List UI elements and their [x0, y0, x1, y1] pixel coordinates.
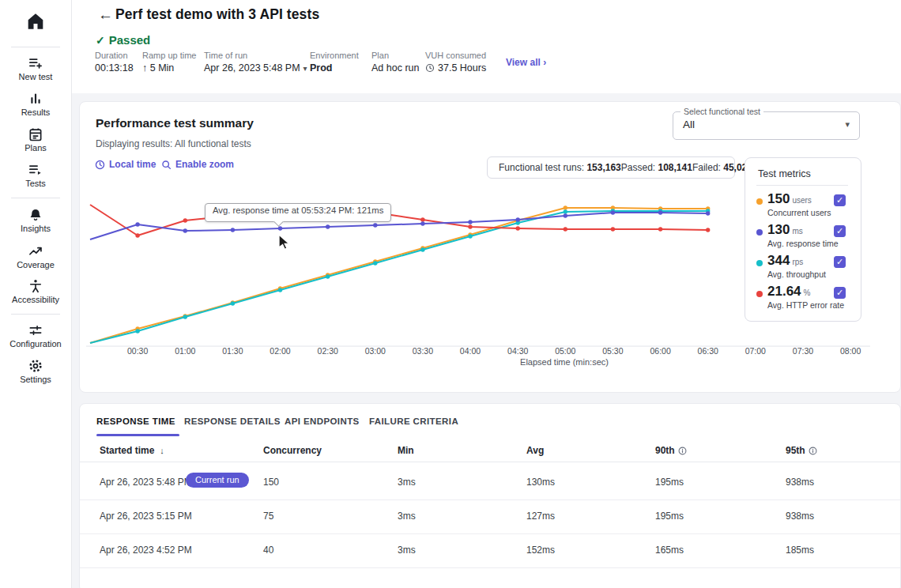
cell-min: 3ms [398, 477, 416, 488]
meta-label: Duration [95, 51, 134, 60]
sidebar-item-new-test[interactable]: New test [0, 55, 71, 81]
data-point[interactable] [611, 227, 615, 231]
x-tick-label: 04:00 [460, 346, 481, 356]
metric-checkbox[interactable]: ✓ [834, 225, 846, 237]
data-point[interactable] [135, 233, 139, 237]
metric-checkbox[interactable]: ✓ [834, 287, 846, 299]
sidebar-item-home[interactable] [0, 11, 71, 32]
data-point[interactable] [373, 261, 377, 265]
chevron-down-icon[interactable]: ▾ [303, 64, 307, 73]
info-icon[interactable] [678, 447, 687, 455]
data-point[interactable] [420, 247, 424, 251]
teal-series-dot [756, 260, 763, 266]
metric-label: Avg. response time [767, 239, 839, 248]
data-point[interactable] [658, 227, 662, 231]
data-point[interactable] [564, 205, 567, 209]
meta-value: ↑ 5 Min [142, 62, 196, 74]
info-icon[interactable] [809, 447, 817, 455]
functional-test-select[interactable]: Select functional test All ▾ [673, 111, 860, 140]
sort-desc-icon[interactable]: ↓ [160, 446, 164, 455]
local-time-toggle[interactable]: Local time [95, 159, 156, 170]
cell-started-time: Apr 26, 2023 5:15 PM [100, 511, 192, 522]
tab-response-time[interactable]: RESPONSE TIME [96, 416, 175, 426]
back-arrow-button[interactable]: ← [98, 6, 113, 24]
data-point[interactable] [135, 329, 139, 333]
data-point[interactable] [183, 315, 187, 318]
table-row[interactable]: Apr 26, 2023 5:15 PM 75 3ms 127ms 195ms … [80, 499, 900, 534]
metric-concurrent-users: 150users Concurrent users ✓ [745, 193, 861, 223]
sidebar-item-plans[interactable]: Plans [0, 126, 71, 153]
chevron-down-icon[interactable]: ▾ [845, 119, 850, 130]
data-point[interactable] [183, 228, 187, 232]
cell-avg: 152ms [526, 545, 555, 556]
tab-failure-criteria[interactable]: FAILURE CRITERIA [369, 416, 458, 426]
cell-concurrency: 75 [263, 511, 273, 522]
column-header-started-time[interactable]: Started time↓ [100, 445, 164, 456]
runs-label: Functional test runs: [499, 162, 584, 173]
x-tick-label: 02:30 [318, 346, 338, 356]
view-all-link[interactable]: View all › [506, 57, 546, 68]
meta-plan: Plan Ad hoc run [371, 51, 419, 74]
data-point[interactable] [706, 228, 710, 232]
page-header: ← Perf test demo with 3 API tests ✓Passe… [71, 0, 901, 93]
data-point[interactable] [564, 213, 567, 217]
data-point[interactable] [231, 228, 235, 232]
x-tick-label: 02:00 [270, 346, 290, 356]
sidebar-item-results[interactable]: Results [0, 91, 71, 117]
meta-time-of-run[interactable]: Time of run Apr 26, 2023 5:48 PM▾ [204, 51, 307, 74]
data-point[interactable] [468, 234, 472, 238]
data-point[interactable] [278, 226, 282, 230]
data-point[interactable] [278, 288, 282, 292]
data-point[interactable] [468, 220, 472, 224]
calendar-icon [28, 126, 43, 140]
data-point[interactable] [706, 211, 710, 215]
magnifier-icon [161, 160, 172, 170]
data-point[interactable] [611, 210, 615, 214]
metric-value: 21.64% [767, 284, 810, 300]
table-row[interactable]: Apr 26, 2023 5:48 PM Current run 150 3ms… [80, 466, 900, 500]
metric-throughput: 344rps Avg. throughput ✓ [745, 254, 861, 285]
sidebar-item-tests[interactable]: Tests [0, 162, 71, 188]
enable-zoom-button[interactable]: Enable zoom [161, 159, 234, 170]
x-tick-label: 07:30 [793, 346, 813, 356]
active-tab-underline [96, 434, 179, 436]
x-tick-label: 01:30 [222, 346, 243, 356]
data-point[interactable] [516, 217, 520, 221]
tooltip-text: Avg. response time at 05:53:24 PM: 121ms [213, 205, 383, 215]
sidebar-item-label: Results [0, 107, 71, 117]
data-point[interactable] [135, 222, 139, 226]
sidebar-item-accessibility[interactable]: Accessibility [0, 278, 71, 304]
data-point[interactable] [420, 217, 424, 221]
sidebar-divider [11, 314, 60, 315]
data-point[interactable] [468, 224, 472, 228]
metric-value: 130ms [767, 222, 803, 238]
column-header-90th: 90th [655, 445, 687, 456]
trend-up-icon [28, 243, 43, 257]
data-point[interactable] [326, 274, 330, 278]
performance-summary-card: Performance test summary Displaying resu… [79, 101, 901, 393]
metric-checkbox[interactable]: ✓ [834, 256, 846, 268]
data-point[interactable] [658, 210, 662, 214]
sidebar-item-configuration[interactable]: Configuration [0, 322, 71, 349]
data-point[interactable] [420, 221, 424, 225]
sliders-icon [28, 322, 43, 336]
tab-response-details[interactable]: RESPONSE DETAILS [184, 416, 281, 426]
sidebar-item-settings[interactable]: Settings [0, 358, 71, 384]
sidebar-item-insights[interactable]: Insights [0, 207, 71, 233]
metric-checkbox[interactable]: ✓ [834, 194, 846, 206]
sidebar-item-coverage[interactable]: Coverage [0, 243, 71, 270]
page-title: Perf test demo with 3 API tests [115, 6, 319, 23]
data-point[interactable] [564, 209, 567, 213]
x-tick-label: 06:30 [698, 346, 718, 356]
data-point[interactable] [183, 218, 187, 222]
tab-api-endpoints[interactable]: API ENDPOINTS [285, 416, 360, 426]
column-header-min: Min [398, 445, 414, 456]
table-row[interactable]: Apr 26, 2023 4:52 PM 40 3ms 152ms 165ms … [80, 533, 900, 568]
data-point[interactable] [326, 224, 330, 228]
metric-label: Concurrent users [767, 208, 831, 217]
data-point[interactable] [231, 301, 235, 305]
cell-concurrency: 40 [263, 545, 273, 556]
data-point[interactable] [516, 226, 520, 230]
data-point[interactable] [373, 223, 377, 227]
data-point[interactable] [564, 227, 567, 231]
